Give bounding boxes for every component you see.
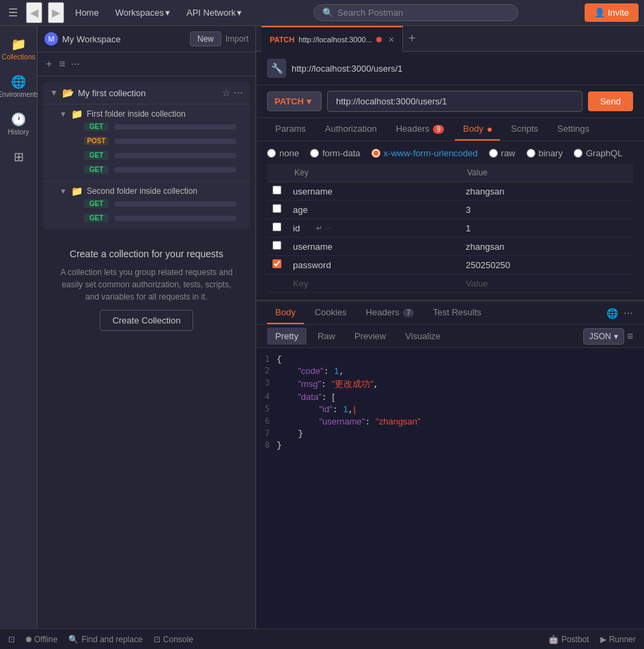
forward-button[interactable]: ▶ — [48, 2, 64, 23]
globe-icon[interactable]: 🌐 — [606, 308, 618, 319]
radio-graphql[interactable]: GraphQL — [574, 148, 622, 158]
status-console[interactable]: ⊡ Console — [154, 635, 193, 644]
row4-checkbox[interactable] — [272, 241, 281, 250]
tab-scripts[interactable]: Scripts — [503, 118, 546, 141]
back-button[interactable]: ◀ — [26, 2, 42, 23]
request-url-placeholder — [114, 216, 236, 221]
more-options-icon[interactable]: ··· — [71, 58, 80, 70]
collections-panel: M My Workspace New Import + ≡ ··· ▼ 📂 My… — [38, 26, 256, 629]
folder-header-second[interactable]: ▼ 📁 Second folder inside collection — [59, 186, 243, 197]
method-select[interactable]: PATCH ▾ — [267, 91, 322, 111]
request-item[interactable]: GET — [59, 162, 243, 177]
response-tab-test-results[interactable]: Test Results — [425, 302, 490, 324]
collection-header[interactable]: ▼ 📂 My first collection ☆ ⋯ — [43, 82, 250, 104]
request-item[interactable]: GET — [59, 119, 243, 134]
row1-value[interactable] — [466, 186, 628, 197]
home-link[interactable]: Home — [70, 5, 104, 20]
new-button[interactable]: New — [190, 31, 221, 46]
row2-key[interactable] — [293, 205, 455, 215]
url-input[interactable] — [327, 91, 583, 112]
send-button[interactable]: Send — [588, 91, 633, 111]
form-row — [267, 182, 633, 201]
status-offline[interactable]: Offline — [26, 635, 57, 644]
format-select[interactable]: JSON ▾ — [583, 328, 624, 345]
request-tab-patch[interactable]: PATCH http://localhost:3000... × — [262, 26, 403, 52]
form-row — [267, 256, 633, 274]
tab-body[interactable]: Body — [455, 118, 500, 141]
row3-value[interactable] — [466, 223, 628, 233]
folder-item-first: ▼ 📁 First folder inside collection GET P… — [43, 104, 250, 181]
code-line: 1 { — [256, 354, 644, 365]
wrap-lines-button[interactable]: ≡ — [627, 330, 633, 343]
list-icon[interactable]: ≡ — [57, 57, 66, 72]
invite-button[interactable]: 👤 Invite — [585, 3, 639, 22]
workspaces-menu[interactable]: Workspaces ▾ — [110, 5, 176, 20]
response-more-button[interactable]: ⋯ — [624, 308, 633, 319]
search-bar[interactable]: 🔍 Search Postman — [313, 4, 518, 21]
status-postbot[interactable]: 🤖 Postbot — [548, 635, 589, 644]
row5-checkbox[interactable] — [272, 259, 281, 268]
components-icon: ⊞ — [14, 149, 24, 164]
collections-toolbar: + ≡ ··· — [38, 53, 255, 76]
row4-value[interactable] — [466, 242, 628, 252]
row5-key[interactable] — [293, 260, 455, 270]
console-icon: ⊡ — [154, 635, 160, 644]
row2-value[interactable] — [466, 205, 628, 215]
tab-params[interactable]: Params — [267, 118, 314, 141]
folder-icon-second: 📁 — [71, 186, 83, 197]
response-tab-cookies[interactable]: Cookies — [307, 302, 355, 324]
format-tab-preview[interactable]: Preview — [346, 328, 394, 345]
row4-key[interactable] — [293, 242, 455, 252]
sidebar-item-environments[interactable]: 🌐 Environments — [2, 69, 35, 104]
radio-binary[interactable]: binary — [527, 148, 563, 158]
sidebar-item-components[interactable]: ⊞ — [2, 144, 35, 170]
request-item[interactable]: POST — [59, 134, 243, 148]
format-tab-pretty[interactable]: Pretty — [267, 328, 307, 345]
radio-none[interactable]: none — [267, 148, 299, 158]
url-bar-section: 🔧 http://localhost:3000/users/1 — [256, 52, 644, 85]
status-panels-toggle[interactable]: ⊡ — [8, 635, 15, 644]
folder-chevron-first: ▼ — [59, 110, 67, 118]
row1-key[interactable] — [293, 186, 455, 197]
radio-urlencoded[interactable]: x-www-form-urlencoded — [372, 148, 478, 158]
create-collection-button[interactable]: Create Collection — [100, 310, 194, 331]
format-tab-visualize[interactable]: Visualize — [397, 328, 449, 345]
row5-value[interactable] — [466, 260, 628, 270]
request-item[interactable]: GET — [59, 211, 243, 225]
tab-authorization[interactable]: Authorization — [317, 118, 385, 141]
import-button[interactable]: Import — [225, 34, 249, 44]
add-tab-button[interactable]: + — [403, 31, 421, 46]
request-subtabs: Params Authorization Headers 9 Body Scri… — [256, 118, 644, 141]
request-item[interactable]: GET — [59, 197, 243, 211]
row2-checkbox[interactable] — [272, 204, 281, 213]
row3-key[interactable] — [293, 223, 313, 233]
tab-settings[interactable]: Settings — [549, 118, 598, 141]
tab-headers[interactable]: Headers 9 — [388, 118, 452, 141]
response-tab-headers[interactable]: Headers 7 — [358, 302, 422, 324]
response-section: Body Cookies Headers 7 Test Results 🌐 ⋯ … — [256, 300, 644, 629]
radio-form-data[interactable]: form-data — [310, 148, 361, 158]
folder-header[interactable]: ▼ 📁 First folder inside collection — [59, 109, 243, 119]
collection-star-button[interactable]: ☆ — [222, 87, 231, 98]
collection-more-button[interactable]: ⋯ — [234, 87, 243, 98]
row3-checkbox[interactable] — [272, 222, 281, 231]
response-tab-body[interactable]: Body — [267, 302, 304, 324]
row1-checkbox[interactable] — [272, 186, 281, 194]
add-collection-icon[interactable]: + — [44, 57, 53, 72]
status-find-replace[interactable]: 🔍 Find and replace — [68, 635, 142, 644]
menu-icon[interactable]: ☰ — [5, 3, 20, 22]
status-runner[interactable]: ▶ Runner — [600, 635, 636, 644]
find-replace-icon: 🔍 — [68, 635, 79, 644]
sidebar-item-history[interactable]: 🕐 History — [2, 106, 35, 141]
offline-dot — [26, 637, 31, 642]
create-collection-title: Create a collection for your requests — [70, 248, 223, 259]
code-line: 3 "msg": "更改成功", — [256, 377, 644, 391]
request-item[interactable]: GET — [59, 148, 243, 162]
sidebar-item-collections[interactable]: 📁 Collections — [2, 31, 35, 66]
radio-raw[interactable]: raw — [489, 148, 516, 158]
folder-icon-first: 📁 — [71, 109, 83, 119]
tab-close-button[interactable]: × — [389, 34, 394, 45]
format-tab-raw[interactable]: Raw — [309, 328, 344, 345]
api-network-menu[interactable]: API Network ▾ — [181, 5, 247, 20]
postbot-icon: 🤖 — [548, 635, 559, 644]
